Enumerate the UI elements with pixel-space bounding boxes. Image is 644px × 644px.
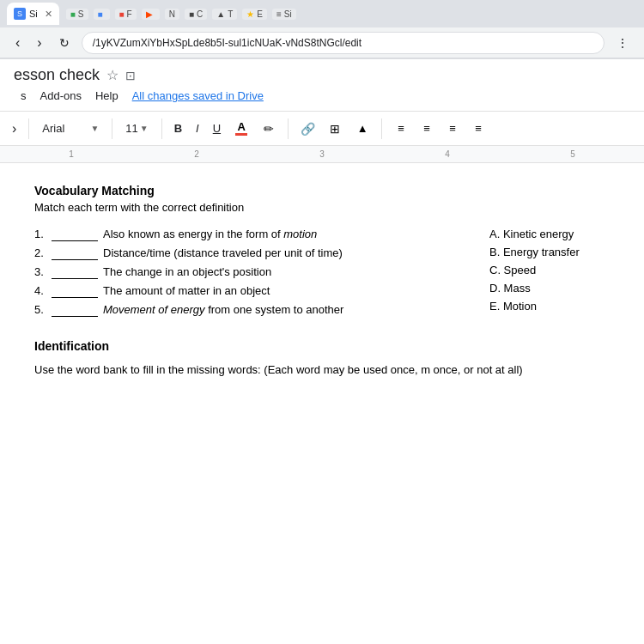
address-input[interactable]: /1yKVZumXiYbHxSpLde8b5I-sul1icNUaK-vNdS8… (82, 32, 605, 54)
docs-header: esson check ☆ ⊡ s Add-ons Help All chang… (0, 59, 644, 112)
tab-chip-8[interactable]: ★E (242, 9, 267, 20)
answer-e: E. Motion (489, 300, 610, 313)
tab-chip-5[interactable]: N (165, 9, 179, 20)
vocab-blank-1 (52, 228, 98, 241)
align-center-button[interactable]: ≡ (415, 117, 439, 141)
vocab-blank-5 (52, 303, 98, 317)
tab-chip-4[interactable]: ▶ (142, 9, 160, 20)
answer-c: C. Speed (489, 264, 610, 276)
star-icon[interactable]: ☆ (106, 67, 118, 83)
text-color-label: A (237, 121, 245, 132)
tab-chip-7[interactable]: ▲T (212, 9, 237, 20)
ruler: 1 2 3 4 5 (0, 146, 644, 163)
tab-chip-3[interactable]: ■F (115, 9, 137, 20)
vocabulary-title: Vocabulary Matching (34, 184, 610, 197)
active-tab[interactable]: S Si ✕ (7, 3, 59, 25)
toolbar-separator-3 (161, 118, 162, 139)
answer-b: B. Energy transfer (489, 246, 610, 258)
tab-chip-1[interactable]: ■S (66, 9, 88, 20)
font-name-label: Arial (42, 122, 64, 135)
text-color-bar (235, 133, 247, 136)
vocab-num-1: 1. (34, 228, 50, 240)
ruler-marks: 1 2 3 4 5 (9, 149, 635, 159)
back-button[interactable]: ‹ (10, 31, 25, 55)
refresh-button[interactable]: ↻ (54, 31, 75, 55)
align-left-button[interactable]: ≡ (389, 117, 413, 141)
extensions-button[interactable]: ⋮ (611, 31, 634, 55)
identification-text: Use the word bank to fill in the missing… (34, 361, 610, 379)
tab-favicon: S (14, 8, 26, 20)
vocabulary-section: Vocabulary Matching Match each term with… (34, 184, 610, 322)
answers-col: A. Kinetic energy B. Energy transfer C. … (472, 228, 610, 322)
vocab-row-1: 1. Also known as energy in the form of m… (34, 228, 472, 241)
font-size-dropdown[interactable]: 11 ▼ (119, 117, 154, 141)
vocab-num-5: 5. (34, 303, 50, 316)
identification-section: Identification Use the word bank to fill… (34, 339, 610, 379)
ruler-mark-5: 5 (570, 149, 575, 159)
forward-button[interactable]: › (32, 31, 46, 55)
folder-icon[interactable]: ⊡ (125, 69, 136, 82)
align-buttons: ≡ ≡ ≡ ≡ (389, 117, 490, 141)
vocab-text-4: The amount of matter in an object (103, 284, 472, 297)
toolbar-separator-1 (28, 118, 29, 139)
browser-chrome: S Si ✕ ■S ■ ■F ▶ N ■C ▲T (0, 0, 644, 59)
address-text: /1yKVZumXiYbHxSpLde8b5I-sul1icNUaK-vNdS8… (93, 37, 361, 49)
answer-a: A. Kinetic energy (489, 228, 610, 240)
align-right-button[interactable]: ≡ (440, 117, 465, 141)
underline-button[interactable]: U (208, 117, 226, 141)
save-status: All changes saved in Drive (125, 86, 270, 106)
font-size-label: 11 (125, 122, 137, 135)
identification-title: Identification (34, 339, 610, 353)
menu-item-help[interactable]: Help (88, 86, 125, 106)
tab-bar: S Si ✕ ■S ■ ■F ▶ N ■C ▲T (0, 0, 644, 27)
vocab-blank-2 (52, 246, 98, 260)
vocab-row-2: 2. Distance/time (distance traveled per … (34, 246, 472, 260)
toolbar-separator-5 (381, 118, 382, 139)
vocab-row-3: 3. The change in an object's position (34, 265, 472, 279)
vocab-num-2: 2. (34, 246, 50, 259)
tab-close-icon[interactable]: ✕ (45, 9, 52, 20)
toolbar-separator-4 (288, 118, 289, 139)
ruler-mark-2: 2 (194, 149, 199, 159)
text-color-button[interactable]: A (229, 117, 253, 141)
vocab-italic-5: Movement of energy (103, 303, 205, 316)
vocab-list-col: 1. Also known as energy in the form of m… (34, 228, 472, 322)
font-name-chevron: ▼ (90, 124, 99, 133)
highlight-button[interactable]: ✏ (257, 117, 281, 141)
font-name-dropdown[interactable]: Arial ▼ (36, 117, 105, 141)
other-tabs: ■S ■ ■F ▶ N ■C ▲T ★E ≡Si (66, 9, 296, 20)
toolbar-arrow-btn[interactable]: › (7, 117, 21, 141)
vocabulary-subtitle: Match each term with the correct definit… (34, 201, 610, 214)
docs-menu-bar: s Add-ons Help All changes saved in Driv… (14, 86, 630, 106)
vocab-text-1: Also known as energy in the form of moti… (103, 228, 472, 240)
vocab-text-3: The change in an object's position (103, 265, 472, 278)
ruler-mark-3: 3 (319, 149, 325, 159)
link-button[interactable]: 🔗 (295, 117, 319, 141)
vocab-blank-3 (52, 265, 98, 279)
vocab-content: 1. Also known as energy in the form of m… (34, 228, 610, 322)
vocab-num-3: 3. (34, 265, 50, 278)
image-button[interactable]: ▲ (350, 117, 374, 141)
ruler-mark-4: 4 (445, 149, 450, 159)
vocab-text-5: Movement of energy from one system to an… (103, 303, 472, 316)
vocab-num-4: 4. (34, 284, 50, 297)
italic-button[interactable]: I (191, 117, 204, 141)
address-bar: ‹ › ↻ /1yKVZumXiYbHxSpLde8b5I-sul1icNUaK… (0, 27, 644, 58)
vocab-row-4: 4. The amount of matter in an object (34, 284, 472, 298)
font-size-chevron: ▼ (140, 124, 149, 133)
doc-content: Vocabulary Matching Match each term with… (0, 163, 644, 396)
menu-item-s[interactable]: s (14, 86, 33, 106)
toolbar-separator-2 (112, 118, 112, 139)
bold-button[interactable]: B (169, 117, 187, 141)
menu-item-addons[interactable]: Add-ons (33, 86, 88, 106)
tab-chip-6[interactable]: ■C (185, 9, 207, 20)
tab-chip-9[interactable]: ≡Si (272, 9, 296, 20)
align-justify-button[interactable]: ≡ (466, 117, 490, 141)
vocab-italic-1: motion (283, 228, 317, 240)
comment-button[interactable]: ⊞ (323, 117, 347, 141)
toolbar: › Arial ▼ 11 ▼ B I U A ✏ 🔗 ⊞ ▲ ≡ ≡ ≡ ≡ (0, 112, 644, 146)
vocab-row-5: 5. Movement of energy from one system to… (34, 303, 472, 317)
docs-title-row: esson check ☆ ⊡ (14, 66, 630, 84)
tab-label: Si (29, 9, 38, 19)
tab-chip-2[interactable]: ■ (94, 9, 110, 20)
